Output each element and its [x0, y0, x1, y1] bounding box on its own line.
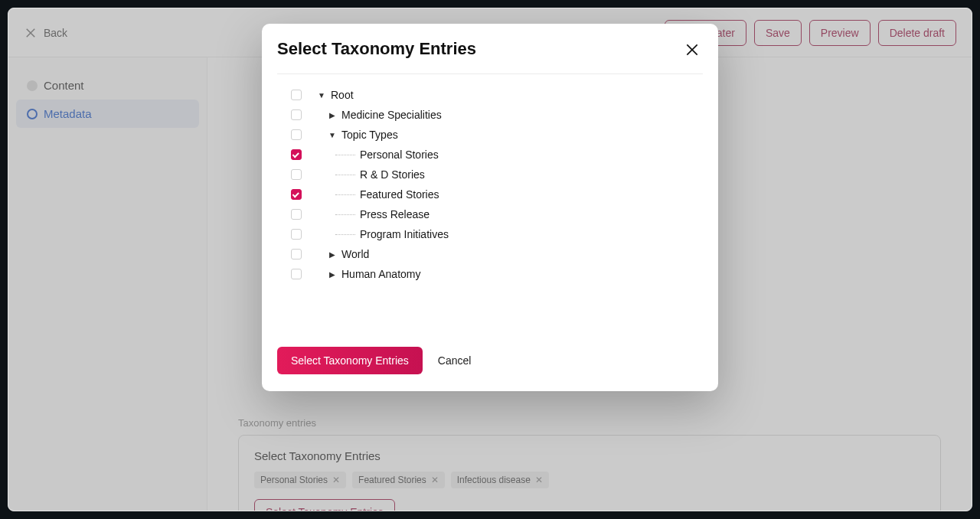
tree-leaf-press-release[interactable]: Press Release: [291, 204, 703, 224]
node-label: Human Anatomy: [341, 268, 421, 280]
modal-title: Select Taxonomy Entries: [277, 39, 476, 59]
node-label: Root: [331, 89, 354, 101]
caret-down-icon[interactable]: ▼: [315, 91, 328, 100]
tree-leaf-personal-stories[interactable]: Personal Stories: [291, 145, 703, 165]
taxonomy-modal: Select Taxonomy Entries ▼ Root ▶: [262, 24, 718, 391]
taxonomy-tree: ▼ Root ▶ Medicine Specialities ▼ Topic T…: [277, 74, 703, 347]
modal-header: Select Taxonomy Entries: [277, 39, 703, 74]
tree-leaf-program-initiatives[interactable]: Program Initiatives: [291, 224, 703, 244]
tree-guide-icon: [335, 234, 355, 235]
tree-guide-icon: [335, 175, 355, 175]
node-label: Featured Stories: [360, 188, 439, 201]
tree-node-world[interactable]: ▶ World: [291, 244, 703, 264]
node-label: Press Release: [360, 208, 430, 220]
checkbox[interactable]: [291, 129, 302, 140]
tree-node-human-anatomy[interactable]: ▶ Human Anatomy: [291, 264, 703, 284]
close-icon: [684, 42, 700, 57]
node-label: Medicine Specialities: [341, 109, 442, 121]
node-label: R & D Stories: [360, 168, 425, 181]
node-label: World: [341, 248, 369, 260]
caret-down-icon[interactable]: ▼: [326, 131, 338, 139]
modal-close-button[interactable]: [681, 39, 703, 63]
checkbox[interactable]: [291, 209, 302, 220]
node-label: Personal Stories: [360, 149, 439, 161]
app-window: Back Publish later Save Preview Delete d…: [8, 8, 972, 511]
checkbox[interactable]: [291, 269, 302, 279]
checkbox[interactable]: [291, 90, 302, 100]
checkbox[interactable]: [291, 249, 302, 260]
checkbox[interactable]: [291, 109, 302, 120]
checkbox[interactable]: [291, 169, 302, 180]
tree-node-topic-types[interactable]: ▼ Topic Types: [291, 125, 703, 145]
tree-node-root[interactable]: ▼ Root: [291, 85, 703, 105]
caret-right-icon[interactable]: ▶: [326, 270, 338, 279]
tree-guide-icon: [335, 194, 355, 195]
confirm-select-button[interactable]: Select Taxonomy Entries: [277, 347, 423, 374]
checkbox[interactable]: [291, 189, 302, 200]
node-label: Program Initiatives: [360, 228, 449, 240]
tree-guide-icon: [335, 214, 355, 215]
node-label: Topic Types: [341, 129, 398, 141]
caret-right-icon[interactable]: ▶: [326, 250, 338, 259]
checkbox[interactable]: [291, 229, 302, 240]
tree-leaf-rd-stories[interactable]: R & D Stories: [291, 165, 703, 184]
modal-scrim[interactable]: Select Taxonomy Entries ▼ Root ▶: [8, 8, 972, 511]
checkbox[interactable]: [291, 149, 302, 160]
cancel-button[interactable]: Cancel: [438, 354, 472, 367]
tree-node-medicine-specialities[interactable]: ▶ Medicine Specialities: [291, 105, 703, 125]
caret-right-icon[interactable]: ▶: [326, 111, 338, 119]
tree-leaf-featured-stories[interactable]: Featured Stories: [291, 184, 703, 204]
modal-actions: Select Taxonomy Entries Cancel: [277, 347, 703, 374]
tree-guide-icon: [335, 155, 355, 155]
